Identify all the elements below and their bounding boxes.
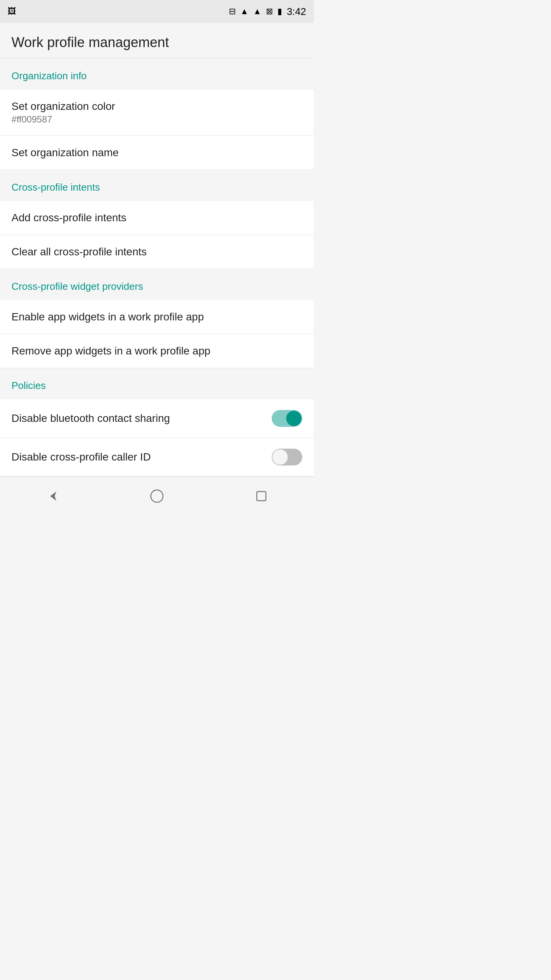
section-header-organization-info: Organization info [0,62,314,86]
item-text-remove-app-widgets: Remove app widgets in a work profile app [11,345,210,357]
section-cross-profile-widget-providers: Cross-profile widget providers [0,269,314,300]
section-header-cross-profile-intents: Cross-profile intents [0,174,314,197]
item-text-enable-app-widgets: Enable app widgets in a work profile app [11,311,204,323]
item-set-org-name[interactable]: Set organization name [0,136,314,170]
home-button[interactable] [145,485,168,508]
item-title-disable-bluetooth: Disable bluetooth contact sharing [11,412,170,425]
item-text-disable-caller-id: Disable cross-profile caller ID [11,451,151,463]
toggle-disable-caller-id[interactable] [272,449,302,466]
item-text-disable-bluetooth: Disable bluetooth contact sharing [11,412,170,425]
item-title-set-org-color: Set organization color [11,100,115,113]
page-header: Work profile management [0,23,314,59]
toggle-knob-disable-caller-id [272,449,288,465]
item-title-disable-caller-id: Disable cross-profile caller ID [11,451,151,463]
item-title-add-cross-profile-intents: Add cross-profile intents [11,212,126,224]
item-title-enable-app-widgets: Enable app widgets in a work profile app [11,311,204,323]
toggle-disable-bluetooth[interactable] [272,410,302,427]
section-policies: Policies [0,368,314,399]
status-bar: 🖼 ⊟ ▲ ▲ ⊠ ▮ 3:42 [0,0,314,23]
item-title-remove-app-widgets: Remove app widgets in a work profile app [11,345,210,357]
section-header-cross-profile-widget-providers: Cross-profile widget providers [0,273,314,296]
item-title-clear-cross-profile-intents: Clear all cross-profile intents [11,246,147,258]
battery-icon: ▮ [277,7,282,16]
item-enable-app-widgets[interactable]: Enable app widgets in a work profile app [0,300,314,334]
toggle-knob-disable-bluetooth [286,411,302,426]
time-display: 3:42 [287,6,306,18]
home-icon [149,488,165,504]
back-icon [45,488,60,504]
item-text-clear-cross-profile-intents: Clear all cross-profile intents [11,246,147,258]
section-organization-info: Organization info [0,59,314,90]
notifications-icon: ⊠ [266,7,273,16]
item-disable-caller-id[interactable]: Disable cross-profile caller ID [0,438,314,477]
image-icon: 🖼 [8,7,16,16]
content-area: Organization info Set organization color… [0,59,314,477]
status-bar-right: ⊟ ▲ ▲ ⊠ ▮ 3:42 [229,6,306,18]
item-title-set-org-name: Set organization name [11,147,119,159]
svg-rect-2 [257,492,266,501]
section-header-policies: Policies [0,372,314,395]
recent-button[interactable] [250,485,273,508]
navigation-bar [0,477,314,515]
item-clear-cross-profile-intents[interactable]: Clear all cross-profile intents [0,235,314,269]
item-subtitle-set-org-color: #ff009587 [11,114,115,125]
item-text-add-cross-profile-intents: Add cross-profile intents [11,212,126,224]
svg-point-1 [151,490,163,502]
section-cross-profile-intents: Cross-profile intents [0,170,314,201]
page-title: Work profile management [11,34,169,50]
back-button[interactable] [41,485,64,508]
item-add-cross-profile-intents[interactable]: Add cross-profile intents [0,201,314,235]
item-set-org-color[interactable]: Set organization color #ff009587 [0,90,314,136]
item-remove-app-widgets[interactable]: Remove app widgets in a work profile app [0,334,314,368]
signal-icon: ▲ [240,7,249,16]
sim-icon: ⊟ [229,7,236,16]
item-text-set-org-color: Set organization color #ff009587 [11,100,115,125]
status-bar-left: 🖼 [8,7,16,16]
svg-marker-0 [50,492,56,501]
item-disable-bluetooth[interactable]: Disable bluetooth contact sharing [0,399,314,438]
wifi-icon: ▲ [253,7,262,16]
item-text-set-org-name: Set organization name [11,147,119,159]
recent-icon [254,488,269,504]
